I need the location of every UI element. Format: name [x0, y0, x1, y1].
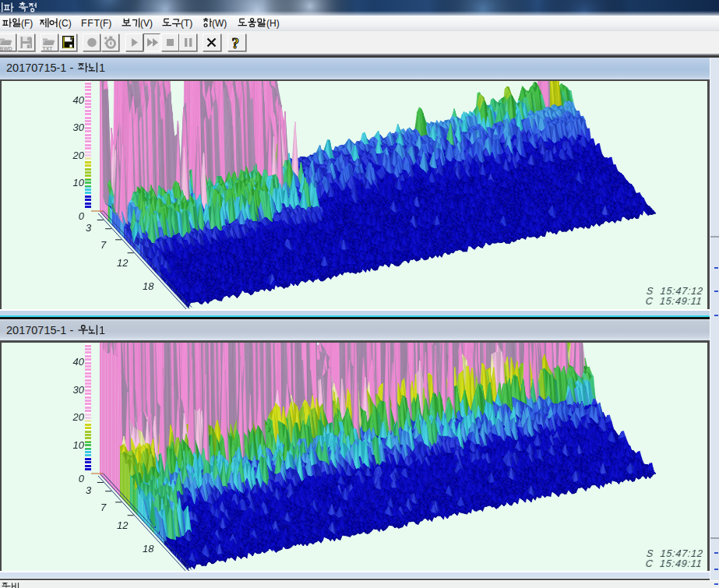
svg-text:(C): (C) — [58, 18, 72, 29]
svg-text:20170715-1 -: 20170715-1 - — [6, 324, 73, 336]
svg-text:(H): (H) — [266, 18, 280, 29]
svg-text:TXT: TXT — [43, 46, 54, 51]
svg-text:1: 1 — [99, 62, 105, 74]
svg-text:F: F — [81, 18, 87, 29]
svg-text:F: F — [87, 18, 93, 29]
svg-text:BWD: BWD — [0, 46, 12, 51]
svg-text:(V): (V) — [140, 18, 153, 29]
svg-text:(T): (T) — [181, 18, 192, 29]
svg-text:1: 1 — [99, 324, 105, 336]
svg-text:?: ? — [232, 35, 240, 51]
svg-text:(F): (F) — [21, 18, 33, 29]
svg-text:20170715-1 -: 20170715-1 - — [6, 62, 73, 74]
svg-text:(F): (F) — [100, 18, 111, 29]
svg-text:(W): (W) — [212, 18, 227, 29]
